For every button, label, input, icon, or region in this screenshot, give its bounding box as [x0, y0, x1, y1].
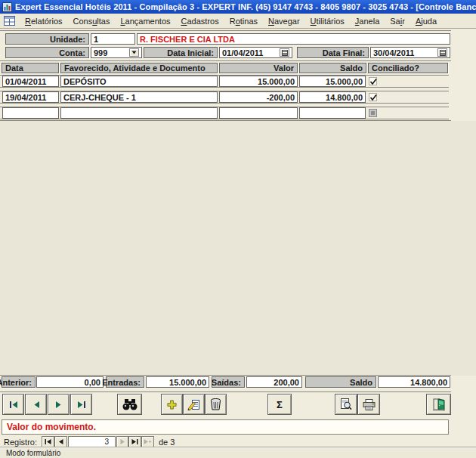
last-record-button[interactable]: [70, 394, 92, 415]
previous-record-icon: [58, 439, 63, 444]
title-bar: Expert Essencial Hotéis 2011 - Compilaçã…: [0, 0, 476, 14]
next-record-icon: [55, 401, 63, 408]
row1-saldo-field[interactable]: 15.000,00: [299, 76, 366, 87]
check-icon: [369, 78, 378, 86]
record-navigator: Registro: 3 de 3: [0, 436, 476, 448]
sum-button[interactable]: Σ: [267, 394, 292, 415]
menu-item-rotinas[interactable]: Rotinas: [224, 15, 263, 27]
column-header-favorecido: Favorecido, Atividade e Documento: [60, 63, 218, 73]
add-record-button[interactable]: [161, 394, 183, 415]
print-preview-button[interactable]: [335, 394, 357, 415]
data-final-input[interactable]: 30/04/2011: [370, 47, 450, 58]
sigma-sum-icon: Σ: [277, 399, 283, 410]
divider: [0, 120, 451, 121]
divider: [0, 375, 451, 376]
column-header-data: Data: [2, 63, 59, 73]
data-inicial-label: Data Inicial:: [144, 47, 218, 58]
menu-item-navegar[interactable]: Navegar: [263, 15, 305, 27]
previous-record-icon: [32, 401, 40, 408]
divider: [0, 391, 451, 392]
form-mode-text: Modo formulário: [6, 449, 60, 457]
column-header-valor: Valor: [219, 63, 298, 73]
last-record-icon: [131, 439, 138, 444]
data-inicial-input[interactable]: 01/04/2011: [219, 47, 292, 58]
entradas-label: Entradas:: [106, 376, 144, 388]
exit-button[interactable]: [426, 394, 451, 415]
check-icon: [369, 94, 378, 102]
first-record-icon: [9, 401, 18, 408]
row3-favorecido-field[interactable]: [60, 107, 218, 119]
divider: [0, 30, 451, 31]
row2-conciliado-checkbox[interactable]: [369, 93, 377, 101]
nav-last-button[interactable]: [128, 436, 141, 447]
menu-item-lancamentos[interactable]: Lançamentos: [115, 15, 175, 27]
registro-label: Registro:: [4, 438, 37, 447]
first-record-button[interactable]: [2, 394, 24, 415]
menu-item-utilitarios[interactable]: Utilitários: [305, 15, 350, 27]
status-message-box: Valor do movimento.: [2, 419, 449, 435]
row1-valor-field[interactable]: 15.000,00: [219, 76, 298, 87]
calendar-icon: [282, 50, 288, 56]
edit-pencil-icon: [187, 399, 200, 410]
row1-favorecido-field[interactable]: DEPÓSITO: [60, 76, 218, 87]
company-name-field: R. FISCHER E CIA LTDA: [137, 33, 450, 45]
nav-first-button[interactable]: [42, 436, 54, 447]
form-detail-area: [0, 121, 476, 375]
application-window: Expert Essencial Hotéis 2011 - Compilaçã…: [0, 0, 476, 458]
saldo-label: Saldo: [305, 376, 376, 388]
entradas-value: 15.000,00: [146, 376, 209, 388]
calendar-icon: [440, 50, 446, 56]
record-count-label: de 3: [159, 438, 175, 447]
previous-record-button[interactable]: [25, 394, 47, 415]
delete-record-button[interactable]: [205, 394, 227, 415]
conta-combobox[interactable]: 999: [91, 47, 142, 58]
nav-previous-button[interactable]: [54, 436, 67, 447]
saldo-value: 14.800,00: [378, 376, 450, 388]
data-final-value: 30/04/2011: [373, 48, 414, 57]
row1-data-field[interactable]: 01/04/2011: [2, 76, 59, 87]
next-record-icon: [120, 439, 125, 444]
form-window-icon[interactable]: [4, 16, 15, 26]
row3-saldo-field[interactable]: [299, 107, 366, 119]
data-final-label: Data Final:: [297, 47, 369, 58]
row2-saldo-field[interactable]: 14.800,00: [299, 91, 366, 103]
row2-data-field[interactable]: 19/04/2011: [2, 91, 59, 103]
print-button[interactable]: [357, 394, 380, 415]
trash-delete-icon: [210, 398, 221, 410]
new-record-icon: [144, 439, 152, 444]
unidade-input[interactable]: 1: [91, 33, 135, 45]
plus-add-icon: [167, 400, 177, 410]
menu-item-relatorios[interactable]: Relatórios: [20, 15, 68, 27]
menu-bar: Relatórios Consultas Lançamentos Cadastr…: [0, 14, 476, 29]
data-inicial-calendar-button[interactable]: [280, 48, 289, 57]
print-preview-icon: [340, 398, 352, 410]
row3-valor-field[interactable]: [219, 107, 298, 119]
app-icon[interactable]: [2, 2, 12, 12]
find-button[interactable]: [117, 394, 142, 415]
binoculars-find-icon: [122, 399, 138, 410]
current-record-input[interactable]: 3: [68, 436, 116, 447]
nav-new-record-button[interactable]: [141, 436, 154, 447]
menu-item-cadastros[interactable]: Cadastros: [176, 15, 224, 27]
row3-conciliado-checkbox[interactable]: [369, 109, 377, 117]
printer-icon: [363, 399, 376, 410]
row1-conciliado-checkbox[interactable]: [369, 77, 377, 85]
exit-door-icon: [432, 398, 446, 411]
row2-valor-field[interactable]: -200,00: [219, 91, 298, 103]
menu-item-ajuda[interactable]: Ajuda: [410, 15, 442, 27]
menu-item-consultas[interactable]: Consultas: [68, 15, 116, 27]
conta-dropdown-button[interactable]: [129, 48, 139, 57]
row3-data-field[interactable]: [2, 107, 59, 119]
nav-next-button[interactable]: [116, 436, 128, 447]
status-message-text: Valor do movimento.: [7, 422, 96, 432]
next-record-button[interactable]: [48, 394, 70, 415]
divider: [0, 60, 451, 61]
menu-item-sair[interactable]: Sair: [385, 15, 410, 27]
first-record-icon: [45, 439, 51, 444]
data-final-calendar-button[interactable]: [437, 48, 447, 57]
row2-favorecido-field[interactable]: CERJ-CHEQUE - 1: [60, 91, 218, 103]
edit-record-button[interactable]: [183, 394, 205, 415]
anterior-value: 0,00: [36, 376, 104, 388]
menu-item-janela[interactable]: Janela: [350, 15, 385, 27]
data-inicial-value: 01/04/2011: [222, 48, 263, 57]
